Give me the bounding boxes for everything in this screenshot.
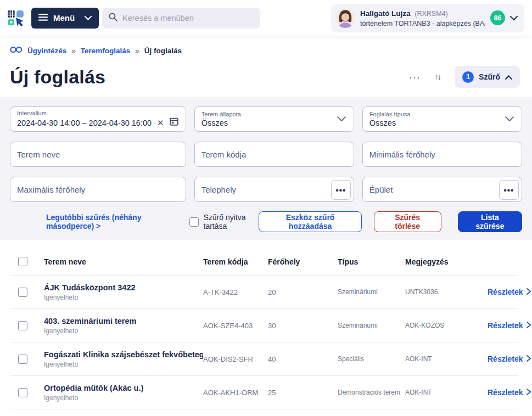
- room-code: AOK-SZE4-403: [203, 322, 268, 330]
- breadcrumb-link-ugyintezes[interactable]: Ügyintézés: [27, 47, 66, 55]
- chevron-right-icon: [527, 288, 531, 296]
- chevron-right-icon: [527, 321, 531, 330]
- interval-value: 2024-04-30 14:00 – 2024-04-30 16:00: [17, 119, 152, 127]
- room-name: Fogászati Klinika szájsebészet fekvőbete…: [44, 350, 203, 359]
- select-all-checkbox[interactable]: [18, 257, 27, 266]
- breadcrumb: Ügyintézés » Teremfoglalás » Új foglalás: [0, 36, 532, 55]
- room-status: Igenyelheto: [44, 294, 203, 301]
- add-device-filter-button[interactable]: Eszköz szűrő hozzáadása: [259, 211, 361, 232]
- max-capacity-field[interactable]: [10, 177, 186, 202]
- details-link[interactable]: Részletek: [488, 355, 531, 363]
- room-state-value: Összes: [201, 119, 228, 127]
- building-picker-button[interactable]: •••: [499, 180, 519, 200]
- user-name: Hallgató Lujza: [360, 9, 411, 18]
- infinity-icon: [10, 46, 23, 55]
- room-name: ÁJK Tudásközpont 3422: [44, 283, 203, 292]
- more-actions-icon[interactable]: ···: [408, 72, 421, 82]
- details-link-label: Részletek: [488, 288, 523, 296]
- room-type: Demonstrációs terem: [338, 389, 405, 396]
- details-link[interactable]: Részletek: [488, 288, 531, 296]
- max-capacity-input[interactable]: [17, 185, 179, 194]
- col-header-room-code: Terem kódja: [203, 257, 268, 266]
- table-body: ÁJK Tudásközpont 3422 Igenyelheto A-TK-3…: [11, 276, 518, 409]
- chevron-down-icon[interactable]: [510, 13, 518, 23]
- details-link-label: Részletek: [488, 355, 523, 363]
- site-input[interactable]: [201, 185, 347, 194]
- hamburger-icon: [38, 14, 48, 23]
- filter-toggle-button[interactable]: 1 Szűrő: [455, 66, 520, 88]
- user-menu[interactable]: Hallgató Lujza (RXRSM4) történelem TORTA…: [331, 4, 524, 32]
- breadcrumb-separator: »: [71, 47, 76, 55]
- booking-type-value: Összes: [369, 119, 396, 127]
- row-checkbox[interactable]: [18, 321, 27, 330]
- col-header-note: Megjegyzés: [405, 257, 488, 266]
- keep-open-label: Szűrő nyitva tartása: [204, 213, 259, 231]
- min-capacity-field[interactable]: [362, 142, 522, 167]
- recent-filter-link[interactable]: Legutóbbi szűrés (néhány másodperce) >: [46, 213, 175, 231]
- room-name-field[interactable]: [10, 142, 186, 167]
- min-capacity-input[interactable]: [369, 150, 515, 159]
- row-checkbox[interactable]: [18, 388, 27, 397]
- search-input[interactable]: [122, 14, 254, 23]
- filter-toggle-label: Szűrő: [479, 72, 500, 81]
- details-link[interactable]: Részletek: [488, 388, 531, 397]
- breadcrumb-separator: »: [135, 47, 139, 55]
- room-name-input[interactable]: [17, 150, 179, 159]
- table-row: Fogászati Klinika szájsebészet fekvőbete…: [11, 342, 518, 376]
- room-code-field[interactable]: [194, 142, 354, 167]
- keep-open-checkbox[interactable]: [189, 217, 199, 227]
- table-row: 403. szemináriumi terem Igenyelheto AOK-…: [11, 309, 518, 342]
- menu-button[interactable]: Menü: [31, 8, 99, 29]
- user-program: történelem TORTANB3 - alapképzés (BA/...: [360, 19, 485, 28]
- table-row: ÁJK Tudásközpont 3422 Igenyelheto A-TK-3…: [11, 276, 518, 309]
- room-note: AOK-INT: [405, 389, 488, 396]
- room-status: Igenyelheto: [44, 361, 203, 368]
- room-code-input[interactable]: [201, 150, 347, 159]
- clear-filter-button[interactable]: Szűrés törlése: [374, 211, 441, 232]
- sort-icon[interactable]: ↑↓: [435, 72, 440, 81]
- keep-filter-open: Szűrő nyitva tartása: [189, 213, 259, 231]
- room-capacity: 30: [268, 322, 338, 330]
- room-name: 403. szemináriumi terem: [44, 317, 203, 325]
- table-header-row: Terem neve Terem kódja Férőhely Típus Me…: [11, 248, 518, 276]
- site-field[interactable]: •••: [194, 177, 354, 202]
- app-logo-icon: [8, 10, 24, 26]
- apply-filter-button[interactable]: Lista szűrése: [458, 211, 522, 232]
- credit-badge: 86: [490, 10, 505, 25]
- menu-search[interactable]: [102, 8, 260, 29]
- col-header-type: Típus: [338, 257, 405, 266]
- table-row: Ortopédia műtők (Akác u.) Igenyelheto AO…: [11, 376, 518, 409]
- col-header-room-name: Terem neve: [44, 257, 203, 266]
- user-neptun-code: (RXRSM4): [415, 10, 447, 18]
- filter-panel: Intervallum 2024-04-30 14:00 – 2024-04-3…: [0, 97, 532, 240]
- chevron-down-icon: [337, 114, 346, 124]
- site-picker-button[interactable]: •••: [331, 180, 351, 200]
- room-note: UNTK3036: [405, 288, 488, 296]
- page-title: Új foglalás: [10, 66, 105, 88]
- filter-count-badge: 1: [462, 71, 474, 83]
- row-checkbox[interactable]: [18, 288, 27, 297]
- calendar-icon[interactable]: [170, 117, 179, 128]
- building-field[interactable]: •••: [362, 177, 522, 202]
- chevron-right-icon: [527, 355, 531, 363]
- building-input[interactable]: [369, 185, 515, 194]
- room-status: Igenyelheto: [44, 394, 203, 402]
- clear-icon[interactable]: ✕: [157, 119, 164, 127]
- room-type: Szemináriumi: [338, 288, 405, 296]
- chevron-down-icon: [85, 14, 92, 22]
- interval-label: Intervallum: [17, 110, 47, 117]
- interval-field[interactable]: Intervallum 2024-04-30 14:00 – 2024-04-3…: [10, 106, 186, 132]
- details-link[interactable]: Részletek: [488, 321, 531, 330]
- title-row: Új foglalás ··· ↑↓ 1 Szűrő: [0, 55, 532, 88]
- breadcrumb-link-teremfoglalas[interactable]: Teremfoglalás: [81, 47, 131, 55]
- room-state-select[interactable]: Terem állapota Összes: [194, 106, 354, 132]
- top-bar: Menü Hallg: [0, 0, 532, 36]
- room-capacity: 20: [268, 288, 338, 296]
- row-checkbox[interactable]: [18, 355, 27, 364]
- room-name: Ortopédia műtők (Akác u.): [44, 384, 203, 392]
- room-note: AOK-KOZOS: [405, 322, 488, 329]
- chevron-up-icon: [505, 73, 512, 81]
- details-link-label: Részletek: [488, 321, 523, 330]
- breadcrumb-current: Új foglalás: [144, 47, 182, 55]
- booking-type-select[interactable]: Foglalás típusa Összes: [362, 106, 522, 132]
